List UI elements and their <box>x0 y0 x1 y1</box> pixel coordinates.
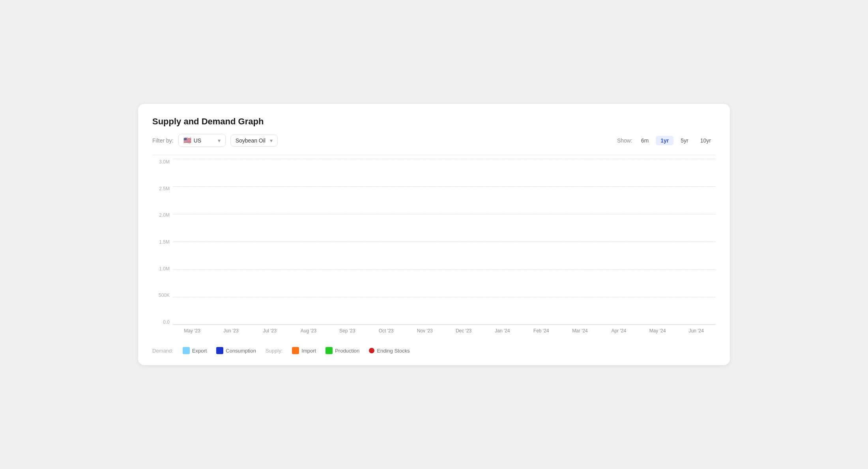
y-label-25m: 2.5M <box>159 186 170 191</box>
export-label: Export <box>192 348 207 354</box>
x-label: Mar '24 <box>561 328 599 334</box>
time-1yr-button[interactable]: 1yr <box>656 136 673 145</box>
x-label: Dec '23 <box>444 328 483 334</box>
y-label-500k: 500K <box>159 293 170 298</box>
legend-consumption: Consumption <box>216 347 256 354</box>
consumption-swatch <box>216 347 223 354</box>
x-label: Jun '24 <box>677 328 716 334</box>
time-10yr-button[interactable]: 10yr <box>696 136 716 145</box>
bars-container <box>173 159 716 325</box>
production-label: Production <box>335 348 359 354</box>
export-swatch <box>183 347 190 354</box>
y-label-3m: 3.0M <box>159 159 170 165</box>
y-label-1m: 1.0M <box>159 266 170 272</box>
y-label-2m: 2.0M <box>159 212 170 218</box>
show-label: Show: <box>617 137 632 144</box>
chevron-down-icon: ▾ <box>218 137 221 144</box>
y-label-15m: 1.5M <box>159 239 170 245</box>
ending-label: Ending Stocks <box>377 348 410 354</box>
country-select[interactable]: 🇺🇸 US ▾ <box>178 134 226 147</box>
ending-swatch <box>369 348 374 353</box>
legend-production: Production <box>326 347 359 354</box>
x-label: May '23 <box>173 328 211 334</box>
legend-import: Import <box>292 347 316 354</box>
flag-icon: 🇺🇸 <box>183 137 191 144</box>
x-label: Nov '23 <box>406 328 444 334</box>
y-axis: 3.0M 2.5M 2.0M 1.5M 1.0M 500K 0.0 <box>152 159 173 325</box>
x-label: Aug '23 <box>289 328 328 334</box>
x-label: Feb '24 <box>522 328 561 334</box>
supply-demand-card: Supply and Demand Graph Filter by: 🇺🇸 US… <box>138 104 730 365</box>
x-axis: May '23Jun '23Jul '23Aug '23Sep '23Oct '… <box>173 325 716 341</box>
divider <box>152 155 716 155</box>
legend-export: Export <box>183 347 207 354</box>
commodity-value: Soybean Oil <box>236 137 266 144</box>
x-label: Sep '23 <box>328 328 367 334</box>
production-swatch <box>326 347 333 354</box>
time-5yr-button[interactable]: 5yr <box>676 136 693 145</box>
import-label: Import <box>301 348 316 354</box>
chart-inner: May '23Jun '23Jul '23Aug '23Sep '23Oct '… <box>173 159 716 341</box>
country-value: US <box>194 137 201 144</box>
consumption-label: Consumption <box>226 348 256 354</box>
x-label: Jan '24 <box>483 328 522 334</box>
import-swatch <box>292 347 299 354</box>
y-label-0: 0.0 <box>163 319 170 325</box>
supply-legend-label: Supply: <box>266 348 282 354</box>
legend: Demand: Export Consumption Supply: Impor… <box>152 347 716 354</box>
controls-bar: Filter by: 🇺🇸 US ▾ Soybean Oil ▾ Show: 6… <box>152 134 716 147</box>
filter-label: Filter by: <box>152 137 174 144</box>
time-6m-button[interactable]: 6m <box>636 136 653 145</box>
chart-area: 3.0M 2.5M 2.0M 1.5M 1.0M 500K 0.0 May '2… <box>152 159 716 341</box>
commodity-select[interactable]: Soybean Oil ▾ <box>230 135 278 146</box>
legend-ending: Ending Stocks <box>369 348 410 354</box>
demand-legend-label: Demand: <box>152 348 173 354</box>
show-controls: Show: 6m 1yr 5yr 10yr <box>617 136 716 145</box>
x-label: Jun '23 <box>211 328 250 334</box>
page-title: Supply and Demand Graph <box>152 116 716 127</box>
x-label: May '24 <box>638 328 677 334</box>
x-label: Jul '23 <box>251 328 289 334</box>
x-label: Apr '24 <box>599 328 638 334</box>
chevron-down-icon-2: ▾ <box>270 137 273 144</box>
x-label: Oct '23 <box>367 328 405 334</box>
